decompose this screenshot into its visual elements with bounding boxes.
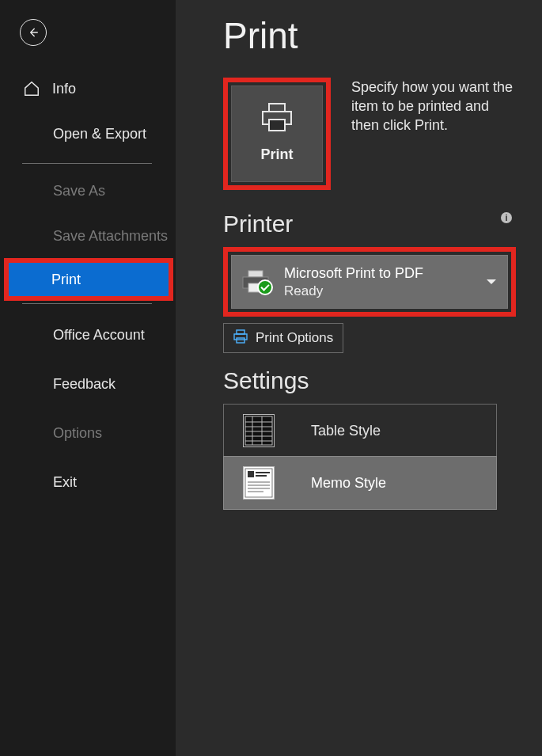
sidebar-item-feedback[interactable]: Feedback — [0, 359, 176, 408]
settings-item-label: Memo Style — [311, 475, 386, 492]
sidebar-item-options: Options — [0, 408, 176, 458]
print-button-label: Print — [260, 146, 293, 163]
svg-rect-18 — [248, 471, 254, 477]
printer-section-header: Printer i — [223, 211, 517, 237]
print-block: Print Specify how you want the item to b… — [223, 78, 517, 190]
highlight-printer-select: Microsoft Print to PDF Ready — [223, 247, 516, 317]
sidebar-item-label: Options — [53, 425, 102, 442]
sidebar-item-save-attachments: Save Attachments — [0, 211, 176, 260]
settings-section-header: Settings — [223, 367, 517, 394]
page-title: Print — [223, 14, 517, 57]
svg-rect-6 — [237, 330, 244, 334]
sidebar-item-print[interactable]: Print — [6, 260, 171, 298]
svg-rect-0 — [269, 104, 285, 112]
sidebar-item-office-account[interactable]: Office Account — [0, 310, 176, 359]
printer-icon — [260, 102, 294, 137]
printer-text: Microsoft Print to PDF Ready — [284, 265, 423, 299]
sidebar-item-label: Open & Export — [53, 126, 146, 142]
sidebar-item-info[interactable]: Info — [0, 68, 176, 109]
settings-item-memo-style[interactable]: Memo Style — [224, 457, 496, 509]
highlight-print-tile: Print — [223, 78, 331, 190]
sidebar-item-label: Feedback — [53, 376, 116, 393]
sidebar-item-save-as: Save As — [0, 170, 176, 211]
main-panel: Print Print Specify how you want the ite… — [176, 0, 542, 756]
print-options-button[interactable]: Print Options — [223, 323, 343, 353]
print-description: Specify how you want the item to be prin… — [351, 78, 517, 135]
sidebar-item-label: Info — [52, 81, 76, 97]
printer-dropdown[interactable]: Microsoft Print to PDF Ready — [231, 255, 508, 309]
sidebar-divider-bottom — [22, 303, 152, 304]
sidebar-divider — [22, 163, 152, 164]
sidebar-item-label: Save Attachments — [53, 228, 168, 245]
print-options-icon — [233, 329, 248, 348]
svg-rect-8 — [237, 338, 244, 343]
sidebar-item-label: Print — [51, 272, 81, 288]
backstage-sidebar: Info Open & Export Save As Save Attachme… — [0, 0, 176, 756]
print-options-label: Print Options — [256, 330, 333, 346]
table-style-icon — [243, 414, 275, 447]
print-button[interactable]: Print — [231, 85, 323, 182]
sidebar-nav: Info Open & Export Save As Save Attachme… — [0, 68, 176, 507]
arrow-left-icon — [27, 26, 40, 39]
memo-style-icon — [243, 466, 275, 500]
sidebar-item-label: Office Account — [53, 327, 145, 344]
printer-name: Microsoft Print to PDF — [284, 265, 423, 282]
home-icon — [22, 80, 41, 97]
highlight-sidebar-print: Print — [6, 260, 171, 298]
settings-item-label: Table Style — [311, 423, 381, 439]
printer-header-label: Printer — [223, 211, 293, 237]
back-button[interactable] — [20, 19, 47, 46]
printer-status-icon — [240, 270, 271, 294]
svg-rect-3 — [248, 271, 263, 277]
sidebar-item-label: Exit — [53, 474, 77, 491]
printer-status: Ready — [284, 283, 423, 299]
app-root: Info Open & Export Save As Save Attachme… — [0, 0, 542, 756]
sidebar-item-open-export[interactable]: Open & Export — [0, 109, 176, 158]
svg-rect-2 — [269, 120, 285, 131]
sidebar-item-label: Save As — [53, 183, 105, 199]
ready-check-icon — [257, 279, 273, 295]
chevron-down-icon — [487, 279, 496, 284]
settings-item-table-style[interactable]: Table Style — [224, 405, 496, 457]
settings-header-label: Settings — [223, 367, 309, 394]
settings-list: Table Style Memo Style — [223, 404, 497, 510]
sidebar-item-exit[interactable]: Exit — [0, 458, 176, 507]
info-icon[interactable]: i — [501, 212, 512, 223]
